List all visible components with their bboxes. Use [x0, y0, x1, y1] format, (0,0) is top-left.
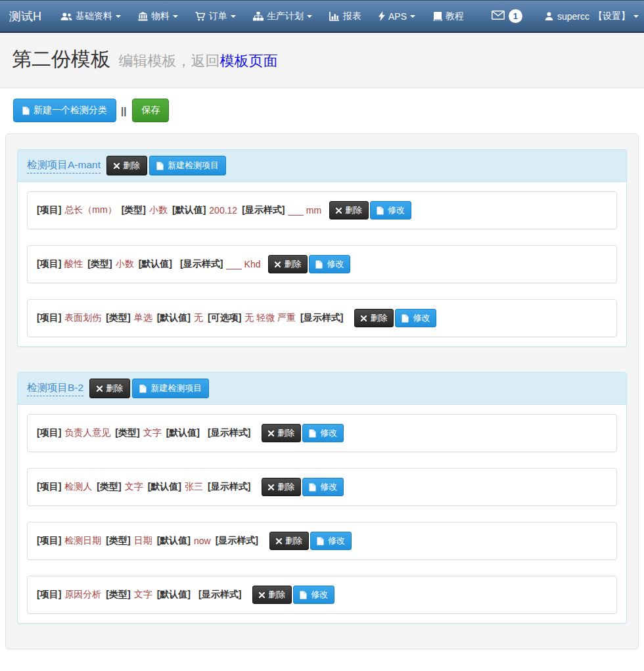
navbar: 测试H 基础资料物料订单生产计划报表APS教程 1 supercc 【设置】 [0, 0, 644, 33]
item-name-editable[interactable]: 总长（mm） [64, 204, 116, 216]
item-default-editable[interactable]: now [194, 536, 211, 546]
item-actions: 删除 修改 [262, 478, 344, 496]
delete-category-button[interactable]: 删除 [89, 379, 130, 398]
category-heading: 检测项目A-mant 删除 新建检测项目 [18, 150, 626, 182]
main-menu: 基础资料物料订单生产计划报表APS教程 [52, 1, 472, 32]
user-menu[interactable]: supercc 【设置】 [545, 11, 639, 22]
x-icon [268, 484, 274, 490]
style-label: [显示样式] [208, 481, 250, 493]
edit-item-button[interactable]: 修改 [293, 586, 334, 604]
file-icon [300, 591, 307, 599]
item-default-editable[interactable]: 200.12 [209, 205, 237, 216]
item-name-editable[interactable]: 表面划伤 [64, 312, 101, 324]
edit-item-button[interactable]: 修改 [395, 309, 436, 327]
category-title[interactable]: 检测项目A-mant [27, 158, 101, 174]
delete-item-button[interactable]: 删除 [354, 309, 394, 327]
new-item-button[interactable]: 新建检测项目 [149, 156, 226, 175]
default-label: [默认值] [172, 204, 206, 216]
sitemap-icon [253, 12, 264, 21]
item-options-editable[interactable]: 无 轻微 严重 [244, 312, 296, 324]
nav-item-6[interactable]: APS [370, 1, 424, 32]
category-items: [项目] 负责人意见 [类型] 文字 [默认值] [可选项] [显示样式] 删除… [18, 405, 626, 623]
style-label: [显示样式] [180, 258, 223, 270]
messages-button[interactable]: 1 [492, 9, 522, 23]
item-name-editable[interactable]: 原因分析 [64, 589, 101, 601]
category-title[interactable]: 检测项目B-2 [27, 381, 83, 396]
settings-label[interactable]: 【设置】 [593, 11, 630, 22]
edit-item-button[interactable]: 修改 [302, 478, 344, 496]
x-icon [114, 163, 120, 169]
file-icon [22, 106, 30, 115]
options-label: [可选项] [208, 312, 241, 324]
item-label: [项目] [37, 258, 61, 270]
item-style-editable[interactable]: ___ Khd [226, 259, 260, 269]
new-category-button[interactable]: 新建一个检测分类 [13, 99, 116, 122]
navbar-right: 1 supercc 【设置】 [492, 1, 644, 32]
item-type-editable[interactable]: 单选 [134, 312, 152, 324]
item-name-editable[interactable]: 检测日期 [64, 535, 101, 547]
item-default-editable[interactable]: 无 [194, 312, 203, 324]
item-type-editable[interactable]: 日期 [134, 535, 152, 547]
edit-item-button[interactable]: 修改 [310, 532, 352, 550]
item-type-editable[interactable]: 小数 [116, 258, 134, 270]
back-to-templates-link[interactable]: 模板页面 [219, 53, 277, 69]
delete-item-button[interactable]: 删除 [252, 586, 292, 604]
page-subtitle: 编辑模板，返回 [118, 53, 219, 69]
delete-item-button[interactable]: 删除 [262, 424, 301, 442]
item-label: [项目] [37, 427, 61, 439]
nav-item-label: 报表 [343, 11, 361, 22]
default-label: [默认值] [157, 312, 191, 324]
item-label: [项目] [37, 481, 61, 493]
file-icon [309, 429, 316, 438]
item-name-editable[interactable]: 检测人 [64, 481, 92, 493]
save-button[interactable]: 保存 [132, 99, 169, 122]
delete-item-button[interactable]: 删除 [262, 478, 301, 496]
item-label: [项目] [37, 535, 61, 547]
brand[interactable]: 测试H [0, 1, 52, 32]
delete-item-button[interactable]: 删除 [269, 532, 309, 550]
nav-item-1[interactable]: 基础资料 [52, 1, 129, 32]
nav-item-label: 生产计划 [267, 11, 304, 22]
user-name: supercc [557, 11, 589, 22]
category-heading: 检测项目B-2 删除 新建检测项目 [18, 373, 626, 405]
users-icon [60, 12, 72, 21]
delete-item-button[interactable]: 删除 [268, 255, 308, 273]
file-icon [156, 162, 164, 170]
default-label: [默认值] [139, 258, 172, 270]
nav-item-2[interactable]: 物料 [129, 1, 187, 32]
type-label: [类型] [106, 589, 130, 601]
item-type-editable[interactable]: 文字 [134, 589, 152, 601]
edit-item-button[interactable]: 修改 [302, 424, 344, 442]
delete-item-button[interactable]: 删除 [329, 201, 369, 220]
type-label: [类型] [115, 427, 139, 439]
cart-icon [195, 12, 206, 21]
inspection-item-row: [项目] 原因分析 [类型] 文字 [默认值] [可选项] [显示样式] 删除 … [27, 576, 617, 614]
delete-category-button[interactable]: 删除 [106, 156, 147, 175]
item-default-editable[interactable]: 张三 [185, 481, 203, 493]
item-actions: 删除 修改 [252, 586, 334, 604]
style-label: [显示样式] [242, 204, 285, 216]
item-type-editable[interactable]: 小数 [149, 204, 168, 216]
type-label: [类型] [87, 258, 112, 270]
nav-item-3[interactable]: 订单 [187, 1, 244, 32]
edit-item-button[interactable]: 修改 [309, 255, 350, 273]
x-icon [97, 386, 103, 392]
new-item-button[interactable]: 新建检测项目 [132, 379, 209, 398]
chevron-down-icon [307, 15, 312, 18]
edit-item-button[interactable]: 修改 [370, 201, 411, 220]
item-style-editable[interactable]: ___ mm [288, 205, 321, 216]
item-type-editable[interactable]: 文字 [125, 481, 143, 493]
default-label: [默认值] [157, 535, 191, 547]
item-type-editable[interactable]: 文字 [143, 427, 162, 439]
chevron-down-icon [173, 15, 178, 18]
file-icon [377, 206, 384, 215]
item-name-editable[interactable]: 负责人意见 [64, 427, 110, 439]
chart-icon [329, 12, 340, 21]
nav-item-label: APS [388, 11, 407, 22]
user-icon [545, 12, 553, 20]
nav-item-5[interactable]: 报表 [321, 1, 370, 32]
nav-item-7[interactable]: 教程 [424, 1, 472, 32]
item-name-editable[interactable]: 酸性 [64, 258, 83, 270]
type-label: [类型] [122, 204, 146, 216]
nav-item-4[interactable]: 生产计划 [244, 1, 321, 32]
